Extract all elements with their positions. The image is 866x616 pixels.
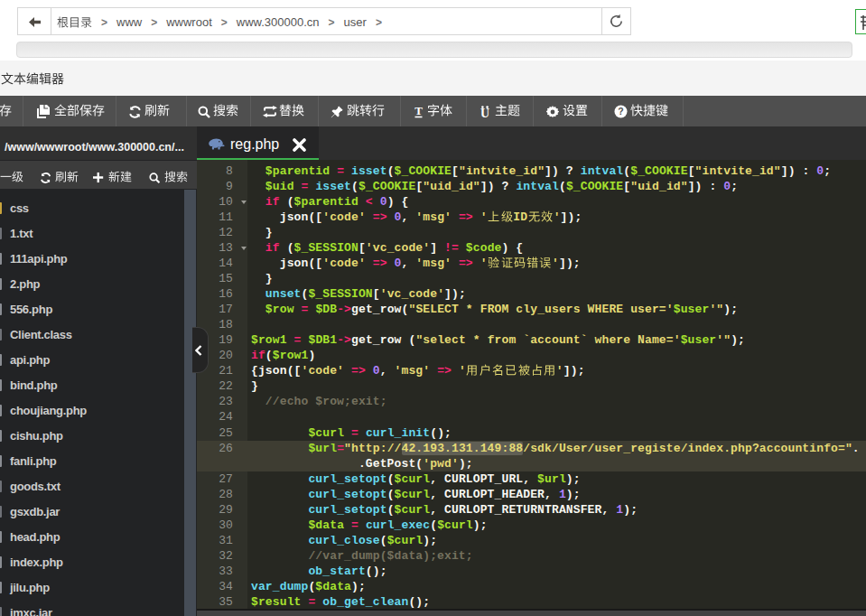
svg-text:T: T [414,106,423,117]
svg-text:?: ? [618,107,623,117]
svg-text:U: U [480,107,489,118]
